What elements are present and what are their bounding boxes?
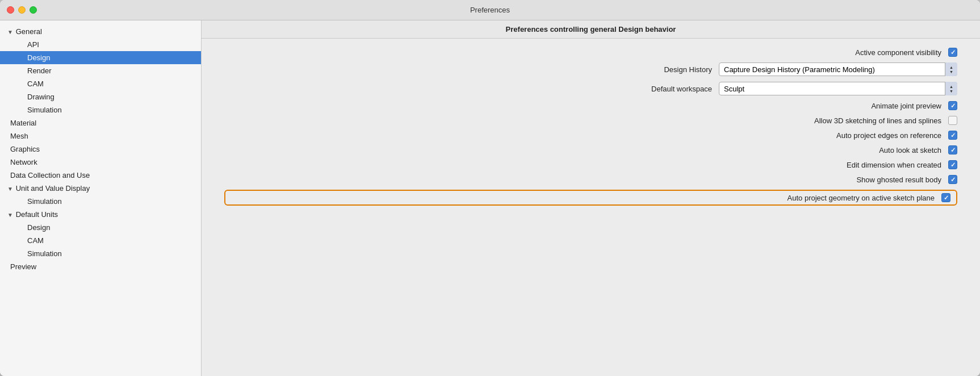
window-title: Preferences: [470, 6, 510, 14]
label-auto-project-geometry: Auto project geometry on active sketch p…: [788, 194, 935, 202]
sidebar-item-design[interactable]: Design: [0, 51, 201, 64]
minimize-button[interactable]: [18, 6, 26, 14]
sidebar-item-api[interactable]: API: [0, 38, 201, 51]
sidebar-item-data-collection[interactable]: Data Collection and Use: [0, 169, 201, 182]
checkbox-show-ghosted[interactable]: ✓: [948, 175, 957, 184]
select-design-history[interactable]: Capture Design History (Parametric Model…: [719, 62, 957, 76]
row-auto-project-geometry: Auto project geometry on active sketch p…: [224, 190, 957, 206]
row-default-workspace: Default workspace Sculpt ▲ ▼: [224, 82, 957, 95]
label-show-ghosted: Show ghosted result body: [856, 176, 941, 184]
select-default-workspace[interactable]: Sculpt: [719, 82, 957, 95]
row-show-ghosted: Show ghosted result body ✓: [224, 175, 957, 184]
sidebar-item-design-units[interactable]: Design: [0, 221, 201, 234]
checkmark-icon: ✓: [950, 49, 956, 56]
label-design-history: Design History: [664, 65, 712, 74]
arrow-unit-value: ▼: [7, 186, 14, 192]
sidebar-item-render[interactable]: Render: [0, 64, 201, 77]
sidebar-item-network[interactable]: Network: [0, 156, 201, 169]
sidebar-item-material[interactable]: Material: [0, 116, 201, 129]
checkmark-icon: ✓: [950, 132, 956, 139]
select-wrapper-design-history: Capture Design History (Parametric Model…: [719, 62, 957, 76]
sidebar: ▼ General API Design Render: [0, 20, 202, 376]
row-animate-joint: Animate joint preview ✓: [224, 101, 957, 110]
maximize-button[interactable]: [30, 6, 37, 14]
label-auto-look: Auto look at sketch: [879, 146, 941, 154]
row-auto-look: Auto look at sketch ✓: [224, 145, 957, 154]
sidebar-item-simulation[interactable]: Simulation: [0, 103, 201, 116]
row-edit-dimension: Edit dimension when created ✓: [224, 160, 957, 169]
label-default-workspace: Default workspace: [651, 85, 712, 93]
checkbox-animate-joint[interactable]: ✓: [948, 101, 957, 110]
sidebar-item-sim-unit[interactable]: Simulation: [0, 195, 201, 208]
panel-header: Preferences controlling general Design b…: [202, 20, 980, 39]
checkmark-icon: ✓: [950, 147, 956, 153]
label-edit-dimension: Edit dimension when created: [847, 161, 941, 169]
label-allow-3d: Allow 3D sketching of lines and splines: [814, 116, 941, 125]
sidebar-item-unit-value[interactable]: ▼ Unit and Value Display: [0, 182, 201, 195]
checkbox-active-component[interactable]: ✓: [948, 48, 957, 57]
checkmark-icon: ✓: [950, 177, 956, 183]
titlebar: Preferences: [0, 0, 980, 20]
arrow-default-units: ▼: [7, 212, 14, 218]
preferences-window: Preferences ▼ General API Design: [0, 0, 980, 376]
sidebar-item-graphics[interactable]: Graphics: [0, 143, 201, 156]
label-active-component: Active component visibility: [855, 48, 941, 57]
traffic-lights: [7, 6, 37, 14]
arrow-general: ▼: [7, 29, 14, 35]
sidebar-item-drawing[interactable]: Drawing: [0, 90, 201, 103]
sidebar-item-mesh[interactable]: Mesh: [0, 129, 201, 143]
panel-body: Active component visibility ✓ Design His…: [202, 39, 980, 376]
close-button[interactable]: [7, 6, 14, 14]
sidebar-item-general[interactable]: ▼ General: [0, 25, 201, 38]
sidebar-item-preview[interactable]: Preview: [0, 260, 201, 273]
checkbox-auto-look[interactable]: ✓: [948, 145, 957, 154]
checkmark-icon: ✓: [950, 162, 956, 168]
row-allow-3d: Allow 3D sketching of lines and splines: [224, 116, 957, 125]
checkbox-auto-project-edges[interactable]: ✓: [948, 131, 957, 140]
sidebar-item-cam-sub[interactable]: CAM: [0, 77, 201, 90]
main-panel: Preferences controlling general Design b…: [202, 20, 980, 376]
label-auto-project-edges: Auto project edges on reference: [836, 131, 941, 140]
checkmark-icon: ✓: [950, 103, 956, 109]
sidebar-item-cam-units[interactable]: CAM: [0, 234, 201, 247]
checkbox-allow-3d[interactable]: [948, 116, 957, 125]
sidebar-item-default-units[interactable]: ▼ Default Units: [0, 208, 201, 221]
content-area: ▼ General API Design Render: [0, 20, 980, 376]
checkbox-auto-project-geometry[interactable]: ✓: [941, 193, 950, 202]
select-wrapper-default-workspace: Sculpt ▲ ▼: [719, 82, 957, 95]
row-active-component: Active component visibility ✓: [224, 48, 957, 57]
label-animate-joint: Animate joint preview: [871, 102, 941, 110]
sidebar-item-sim-units[interactable]: Simulation: [0, 247, 201, 260]
row-auto-project-edges: Auto project edges on reference ✓: [224, 131, 957, 140]
checkbox-edit-dimension[interactable]: ✓: [948, 160, 957, 169]
checkmark-icon: ✓: [944, 195, 949, 201]
row-design-history: Design History Capture Design History (P…: [224, 62, 957, 76]
